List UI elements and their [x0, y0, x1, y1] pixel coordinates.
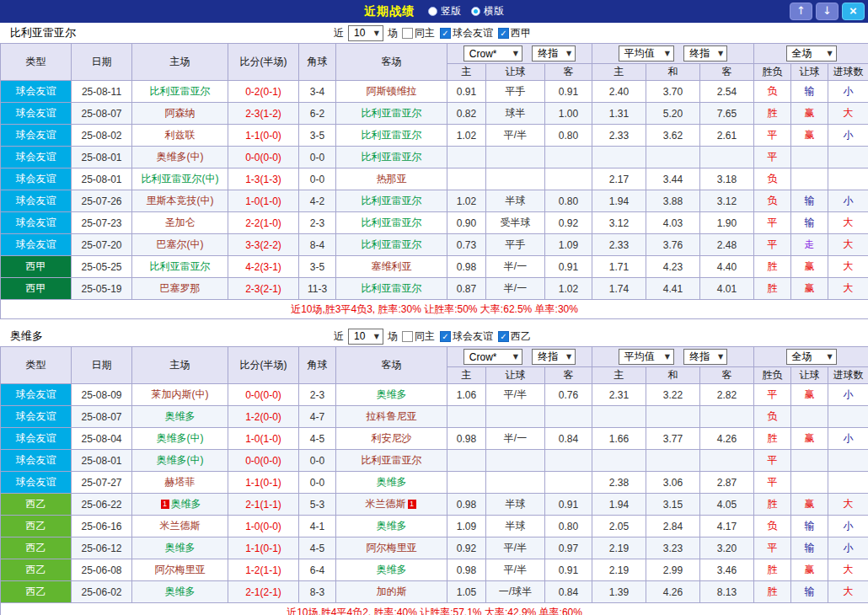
score-cell[interactable]: 1-1(0-1) [228, 472, 299, 494]
asia-odds-source-select[interactable]: Crow*▼ [463, 349, 522, 365]
scope-select[interactable]: 全场▼ [786, 349, 837, 365]
score-cell[interactable]: 2-2(1-0) [228, 212, 299, 234]
team-name: 比利亚雷亚尔 [362, 195, 422, 206]
home-team-cell[interactable]: 里斯本竞技(中) [132, 190, 228, 212]
euro-average-select[interactable]: 平均值▼ [619, 45, 674, 62]
euro-final-index-select[interactable]: 终指▼ [683, 45, 727, 62]
home-team-cell[interactable]: 利兹联 [132, 125, 228, 147]
asia-away-odds-cell: 1.00 [545, 103, 592, 125]
home-team-cell[interactable]: 圣加仑 [132, 212, 228, 234]
away-team-cell[interactable]: 阿尔梅里亚 [336, 537, 447, 559]
away-team-cell[interactable]: 加的斯 [336, 581, 447, 603]
col-score: 比分(半场) [228, 44, 299, 81]
radio-horizontal-layout[interactable]: 横版 [471, 4, 504, 19]
home-team-cell[interactable]: 阿尔梅里亚 [132, 559, 228, 581]
away-team-cell[interactable]: 米兰德斯1 [336, 494, 447, 516]
filter-checkbox-laliga[interactable]: ✓西甲 [498, 26, 531, 40]
score-cell[interactable]: 1-1(0-1) [228, 537, 299, 559]
dropdown-arrow-icon: ▼ [718, 353, 723, 361]
away-team-cell[interactable]: 比利亚雷亚尔 [336, 147, 447, 168]
away-team-cell[interactable]: 塞维利亚 [336, 256, 447, 278]
asia-final-index-select[interactable]: 终指▼ [532, 349, 576, 365]
team-name: 里斯本竞技(中) [147, 195, 214, 206]
away-team-cell[interactable]: 奥维多 [336, 384, 447, 406]
score-cell[interactable]: 1-3(1-3) [228, 168, 299, 190]
result-cell: 平 [754, 384, 791, 406]
score-cell[interactable]: 2-3(2-1) [228, 278, 299, 300]
home-team-cell[interactable]: 巴塞罗那 [132, 278, 228, 300]
home-team-cell[interactable]: 奥维多(中) [132, 428, 228, 450]
filter-checkbox-same-home[interactable]: 同主 [402, 329, 435, 344]
match-row: 球会友谊25-07-23圣加仑2-2(1-0)2-3比利亚雷亚尔0.90受半球0… [1, 212, 868, 234]
home-team-cell[interactable]: 莱加内斯(中) [132, 384, 228, 406]
home-team-cell[interactable]: 比利亚雷亚尔 [132, 81, 228, 103]
away-team-cell[interactable]: 比利亚雷亚尔 [336, 234, 447, 256]
asia-handicap-cell: 平手 [486, 234, 545, 256]
scroll-down-button[interactable]: ↓ [816, 3, 839, 20]
away-team-cell[interactable]: 奥维多 [336, 559, 447, 581]
score-cell[interactable]: 2-1(1-1) [228, 494, 299, 516]
away-team-cell[interactable]: 比利亚雷亚尔 [336, 103, 447, 125]
away-team-cell[interactable]: 比利亚雷亚尔 [336, 190, 447, 212]
score-cell[interactable]: 0-0(0-0) [228, 450, 299, 472]
score-cell[interactable]: 2-1(2-1) [228, 581, 299, 603]
away-team-cell[interactable]: 热那亚 [336, 168, 447, 190]
col-asia-away: 客 [545, 367, 592, 384]
away-team-cell[interactable]: 比利亚雷亚尔 [336, 125, 447, 147]
away-team-cell[interactable]: 利安尼沙 [336, 428, 447, 450]
home-team-cell[interactable]: 1奥维多 [132, 494, 228, 516]
away-team-cell[interactable]: 比利亚雷亚尔 [336, 450, 447, 472]
filter-checkbox-club-friendly[interactable]: ✓球会友谊 [440, 26, 493, 40]
home-team-cell[interactable]: 奥维多 [132, 406, 228, 428]
score-cell[interactable]: 1-0(1-0) [228, 190, 299, 212]
away-team-cell[interactable]: 阿斯顿维拉 [336, 81, 447, 103]
away-team-cell[interactable]: 奥维多 [336, 516, 447, 537]
home-team-cell[interactable]: 奥维多(中) [132, 450, 228, 472]
away-team-cell[interactable]: 奥维多 [336, 472, 447, 494]
score-cell[interactable]: 1-1(0-0) [228, 125, 299, 147]
filter-checkbox-same-home[interactable]: 同主 [402, 26, 435, 40]
euro-average-select[interactable]: 平均值▼ [619, 349, 674, 365]
col-asia-away: 客 [545, 64, 592, 81]
away-team-cell[interactable]: 拉科鲁尼亚 [336, 406, 447, 428]
score-cell[interactable]: 1-0(1-0) [228, 428, 299, 450]
score-cell[interactable]: 1-2(0-0) [228, 406, 299, 428]
close-button[interactable]: × [842, 3, 865, 20]
radio-label: 竖版 [441, 4, 461, 19]
home-team-cell[interactable]: 奥维多(中) [132, 147, 228, 168]
filter-checkbox-segunda[interactable]: ✓西乙 [498, 329, 531, 344]
home-team-cell[interactable]: 奥维多 [132, 581, 228, 603]
team-name: 比利亚雷亚尔 [362, 129, 422, 141]
competition-cell: 球会友谊 [1, 406, 72, 428]
score-cell[interactable]: 3-3(2-2) [228, 234, 299, 256]
asia-odds-source-select[interactable]: Crow*▼ [463, 45, 522, 62]
filter-checkbox-club-friendly[interactable]: ✓球会友谊 [440, 329, 493, 344]
score-cell[interactable]: 1-2(1-1) [228, 559, 299, 581]
away-team-cell[interactable]: 比利亚雷亚尔 [336, 278, 447, 300]
scroll-up-button[interactable]: ↑ [790, 3, 812, 20]
home-team-cell[interactable]: 赫塔菲 [132, 472, 228, 494]
match-count-select[interactable]: 10▼ [348, 329, 383, 345]
home-team-cell[interactable]: 比利亚雷亚尔(中) [132, 168, 228, 190]
score-cell[interactable]: 2-3(1-2) [228, 103, 299, 125]
match-count-select[interactable]: 10▼ [348, 25, 383, 41]
home-team-cell[interactable]: 奥维多 [132, 537, 228, 559]
euro-draw-odds-cell [646, 147, 700, 168]
home-team-cell[interactable]: 阿森纳 [132, 103, 228, 125]
score-cell[interactable]: 0-0(0-0) [228, 147, 299, 168]
away-team-cell[interactable]: 比利亚雷亚尔 [336, 212, 447, 234]
dropdown-arrow-icon: ▼ [566, 353, 571, 361]
goals-result-cell: 大 [828, 559, 868, 581]
score-cell[interactable]: 4-2(3-1) [228, 256, 299, 278]
score-cell[interactable]: 0-0(0-0) [228, 384, 299, 406]
scope-select[interactable]: 全场▼ [786, 45, 837, 62]
asia-final-index-select[interactable]: 终指▼ [532, 45, 576, 62]
home-team-cell[interactable]: 巴塞尔(中) [132, 234, 228, 256]
home-team-cell[interactable]: 米兰德斯 [132, 516, 228, 537]
home-team-cell[interactable]: 比利亚雷亚尔 [132, 256, 228, 278]
score-cell[interactable]: 0-2(0-1) [228, 81, 299, 103]
asia-handicap-cell: 平/半 [486, 559, 545, 581]
score-cell[interactable]: 1-0(0-0) [228, 516, 299, 537]
radio-vertical-layout[interactable]: 竖版 [428, 4, 461, 19]
euro-final-index-select[interactable]: 终指▼ [683, 349, 727, 365]
